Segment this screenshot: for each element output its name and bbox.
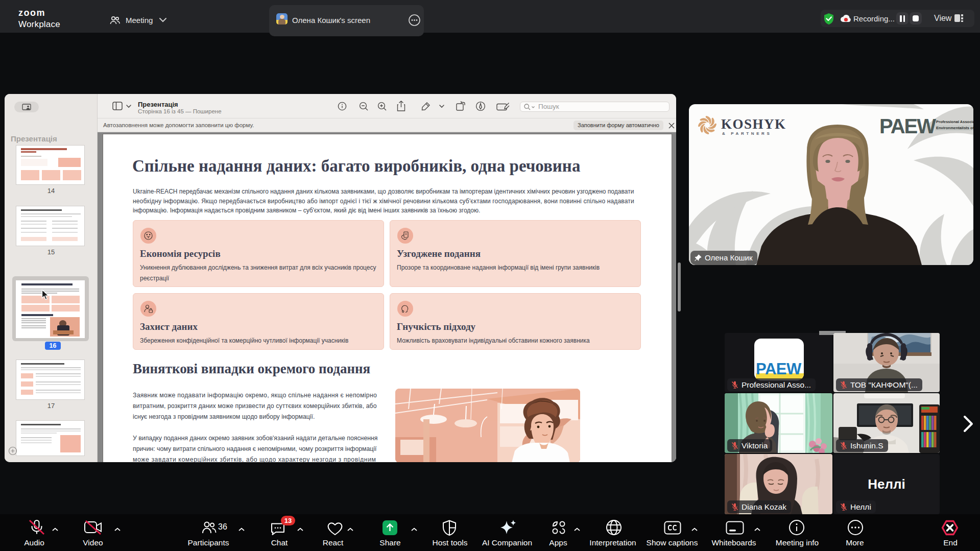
svg-text:& PARTNERS: & PARTNERS — [722, 131, 772, 136]
svg-text:Environmentalists of the World: Environmentalists of the World — [936, 126, 973, 130]
svg-text:KOSHYK: KOSHYK — [721, 116, 786, 132]
svg-text:PAEW: PAEW — [879, 115, 936, 137]
svg-text:Professional Association of: Professional Association of — [936, 119, 973, 124]
